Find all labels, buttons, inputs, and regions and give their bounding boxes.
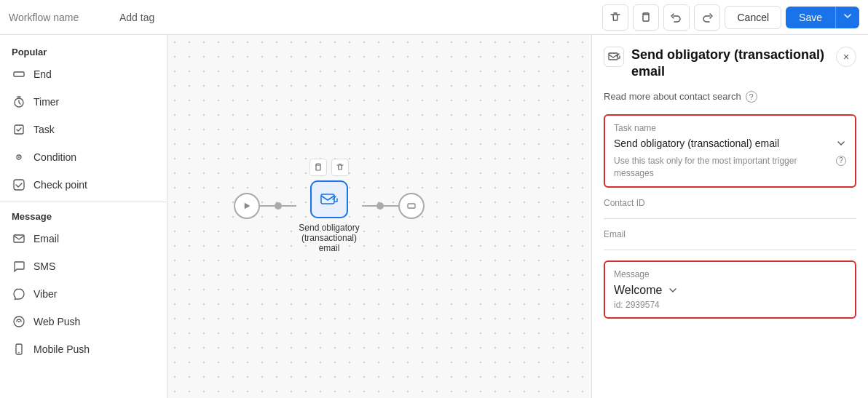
- message-select-row[interactable]: Welcome: [614, 284, 846, 297]
- sms-icon: [12, 259, 26, 274]
- end-node[interactable]: [398, 193, 425, 219]
- timer-icon: [12, 95, 26, 109]
- sidebar-item-email[interactable]: Email: [0, 225, 167, 252]
- connector-1: [260, 205, 275, 207]
- end-icon-node: [406, 201, 417, 211]
- copy-button[interactable]: [633, 4, 659, 31]
- svg-rect-13: [321, 194, 334, 204]
- copy-icon: [640, 12, 652, 23]
- redo-icon: [701, 12, 713, 23]
- svg-rect-3: [15, 125, 23, 134]
- message-label: Message: [614, 269, 846, 279]
- play-icon: [242, 201, 252, 211]
- redo-button[interactable]: [694, 4, 720, 31]
- popular-section-label: Popular: [0, 41, 167, 60]
- contact-id-label: Contact ID: [604, 198, 856, 208]
- task-hint-help-icon[interactable]: ?: [836, 156, 846, 166]
- connector-2: [282, 205, 296, 207]
- task-name-select[interactable]: Send obligatory (transactional) email: [614, 138, 846, 149]
- sidebar-item-task[interactable]: Task: [0, 116, 167, 143]
- node-label: Send obligatory(transactional) email: [296, 223, 362, 253]
- condition-icon: [12, 150, 26, 164]
- task-name-box: Task name Send obligatory (transactional…: [604, 114, 856, 188]
- node-trash-icon: [336, 163, 344, 172]
- email-label: Email: [604, 229, 856, 239]
- svg-point-11: [18, 352, 20, 354]
- help-icon[interactable]: ?: [746, 91, 757, 103]
- sidebar-item-end[interactable]: End: [0, 60, 167, 88]
- chevron-down-message-icon: [668, 285, 678, 295]
- viber-icon: [12, 287, 26, 301]
- panel-email-icon: [607, 50, 620, 63]
- message-value: Welcome: [614, 284, 662, 297]
- top-bar: Add tag Cancel Save: [0, 0, 868, 35]
- svg-rect-6: [14, 180, 24, 190]
- email-icon: [12, 231, 26, 246]
- sidebar-item-condition[interactable]: Condition: [0, 143, 167, 171]
- undo-button[interactable]: [663, 4, 690, 31]
- checkpoint-icon: [12, 178, 26, 192]
- top-bar-actions: Cancel Save: [602, 4, 859, 31]
- save-button[interactable]: Save: [786, 7, 835, 28]
- node-icon-box[interactable]: [310, 180, 348, 218]
- task-name-label: Task name: [614, 123, 846, 133]
- sidebar-item-sms-label: SMS: [33, 260, 55, 272]
- send-obligatory-node: Send obligatory(transactional) email: [296, 159, 362, 253]
- panel-link-text: Read more about contact search: [604, 91, 741, 102]
- svg-rect-14: [408, 204, 415, 208]
- end-icon: [12, 67, 26, 81]
- task-hint: Use this task only for the most importan…: [614, 155, 846, 180]
- connector-4: [384, 205, 398, 207]
- undo-icon: [671, 12, 682, 23]
- chevron-down-task-icon: [836, 138, 846, 148]
- node-actions: [309, 159, 349, 176]
- sidebar-item-mobilepush-label: Mobile Push: [33, 343, 90, 355]
- sidebar-item-timer[interactable]: Timer: [0, 88, 167, 116]
- panel-link: Read more about contact search ?: [604, 91, 856, 103]
- svg-rect-1: [14, 72, 24, 76]
- start-node[interactable]: [234, 193, 260, 219]
- svg-point-5: [18, 156, 20, 158]
- svg-rect-7: [14, 235, 24, 242]
- sidebar-item-condition-label: Condition: [33, 151, 76, 163]
- sidebar-item-mobilepush[interactable]: Mobile Push: [0, 335, 167, 363]
- sidebar-item-email-label: Email: [33, 233, 59, 244]
- add-tag-button[interactable]: Add tag: [119, 12, 154, 23]
- mobilepush-icon: [12, 342, 26, 357]
- svg-rect-0: [643, 15, 649, 21]
- connector-dot-2: [376, 202, 384, 210]
- trash-icon: [609, 12, 621, 23]
- node-delete-button[interactable]: [331, 159, 349, 176]
- sidebar-item-sms[interactable]: SMS: [0, 252, 167, 280]
- delete-button[interactable]: [602, 4, 628, 31]
- node-copy-button[interactable]: [309, 159, 327, 176]
- sidebar-item-task-label: Task: [33, 124, 55, 135]
- canvas-area[interactable]: Send obligatory(transactional) email: [167, 35, 591, 398]
- cancel-button[interactable]: Cancel: [725, 6, 781, 29]
- contact-id-input[interactable]: [604, 212, 856, 219]
- node-copy-icon: [314, 163, 323, 172]
- node-container: Send obligatory(transactional) email: [234, 159, 425, 253]
- right-panel: Send obligatory (transactional) email × …: [591, 35, 868, 398]
- contact-id-field: Contact ID: [604, 198, 856, 219]
- panel-icon: [604, 47, 624, 67]
- task-name-value: Send obligatory (transactional) email: [614, 138, 779, 149]
- panel-header: Send obligatory (transactional) email ×: [604, 47, 856, 81]
- message-section-label: Message: [0, 205, 167, 225]
- email-input[interactable]: [604, 244, 856, 250]
- save-dropdown-button[interactable]: [835, 7, 859, 28]
- svg-rect-12: [316, 165, 320, 170]
- sidebar-section-popular: Popular End Timer: [0, 41, 167, 199]
- sidebar-item-webpush[interactable]: Web Push: [0, 308, 167, 335]
- sidebar-item-viber[interactable]: Viber: [0, 280, 167, 308]
- workflow-name-input[interactable]: [9, 12, 111, 23]
- sidebar-item-viber-label: Viber: [33, 288, 57, 300]
- email-field: Email: [604, 229, 856, 250]
- close-panel-button[interactable]: ×: [836, 47, 856, 67]
- main-content: Popular End Timer: [0, 35, 868, 398]
- svg-rect-15: [609, 53, 618, 60]
- save-btn-group: Save: [786, 7, 859, 28]
- webpush-icon: [12, 314, 26, 329]
- sidebar-item-checkpoint[interactable]: Check point: [0, 171, 167, 199]
- sidebar-item-checkpoint-label: Check point: [33, 179, 87, 191]
